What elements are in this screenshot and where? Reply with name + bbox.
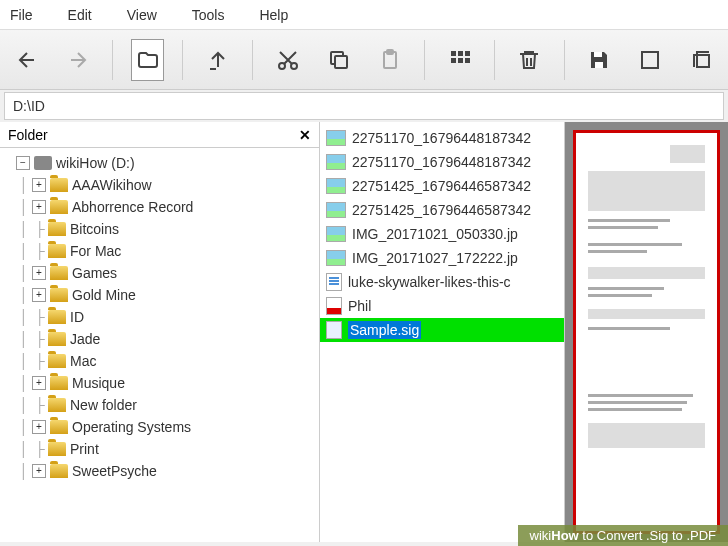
layers-button[interactable] [685,39,718,81]
file-item[interactable]: Sample.sig [320,318,564,342]
menu-file[interactable]: File [10,7,33,23]
paste-button[interactable] [373,39,406,81]
tree-item[interactable]: │├New folder [0,394,319,416]
img-icon [326,178,346,194]
menubar: File Edit View Tools Help [0,0,728,30]
img-icon [326,154,346,170]
img-icon [326,202,346,218]
folder-icon [48,332,66,346]
separator [564,40,565,80]
cut-button[interactable] [271,39,304,81]
svg-rect-5 [451,51,456,56]
svg-rect-13 [642,52,658,68]
tree-item[interactable]: │+SweetPsyche [0,460,319,482]
folder-icon [50,178,68,192]
pdf-icon [326,297,342,315]
forward-button[interactable] [61,39,94,81]
copy-button[interactable] [322,39,355,81]
tree-root[interactable]: −wikiHow (D:) [0,152,319,174]
tree-item[interactable]: │+Abhorrence Record [0,196,319,218]
toolbar [0,30,728,90]
close-icon[interactable]: ✕ [299,127,311,143]
folder-icon [48,310,66,324]
folder-icon [48,398,66,412]
folder-panel-header: Folder ✕ [0,122,319,148]
folder-icon [50,420,68,434]
folder-tree: −wikiHow (D:)│+AAAWikihow│+Abhorrence Re… [0,148,319,542]
svg-rect-10 [465,58,470,63]
file-item[interactable]: Phil [320,294,564,318]
file-item[interactable]: 22751425_16796446587342 [320,198,564,222]
file-item[interactable]: luke-skywalker-likes-this-c [320,270,564,294]
folder-icon [50,376,68,390]
folder-button[interactable] [131,39,165,81]
tree-item[interactable]: │├Bitcoins [0,218,319,240]
svg-rect-9 [458,58,463,63]
tree-item[interactable]: │+Musique [0,372,319,394]
file-item[interactable]: IMG_20171021_050330.jp [320,222,564,246]
separator [252,40,253,80]
tree-item[interactable]: │├Mac [0,350,319,372]
folder-icon [48,354,66,368]
tree-item[interactable]: │+AAAWikihow [0,174,319,196]
svg-rect-14 [697,55,709,67]
file-item[interactable]: 22751170_16796448187342 [320,150,564,174]
tree-item[interactable]: │├Jade [0,328,319,350]
svg-rect-6 [458,51,463,56]
folder-icon [50,464,68,478]
path-bar[interactable]: D:\ID [4,92,724,120]
txt-icon [326,321,342,339]
back-button[interactable] [10,39,43,81]
folder-icon [48,222,66,236]
folder-icon [48,244,66,258]
separator [112,40,113,80]
file-list-panel: 22751170_1679644818734222751170_16796448… [320,122,565,542]
main-area: Folder ✕ −wikiHow (D:)│+AAAWikihow│+Abho… [0,122,728,542]
doc-icon [326,273,342,291]
tree-item[interactable]: │├Print [0,438,319,460]
window-button[interactable] [634,39,667,81]
svg-point-1 [291,63,297,69]
folder-icon [50,266,68,280]
svg-rect-7 [465,51,470,56]
img-icon [326,250,346,266]
preview-document [573,130,720,534]
svg-rect-2 [335,56,347,68]
img-icon [326,226,346,242]
file-item[interactable]: 22751170_16796448187342 [320,126,564,150]
folder-panel-title: Folder [8,127,48,143]
img-icon [326,130,346,146]
svg-rect-12 [595,62,603,68]
drive-icon [34,156,52,170]
tree-item[interactable]: │├For Mac [0,240,319,262]
delete-button[interactable] [513,39,546,81]
separator [494,40,495,80]
separator [424,40,425,80]
watermark: wikiHow to Convert .Sig to .PDF [518,525,728,546]
grid-view-button[interactable] [443,39,476,81]
folder-icon [48,442,66,456]
up-button[interactable] [201,39,234,81]
tree-item[interactable]: │+Gold Mine [0,284,319,306]
menu-help[interactable]: Help [259,7,288,23]
tree-item[interactable]: │+Operating Systems [0,416,319,438]
menu-view[interactable]: View [127,7,157,23]
preview-panel [565,122,728,542]
menu-edit[interactable]: Edit [68,7,92,23]
svg-point-0 [279,63,285,69]
folder-panel: Folder ✕ −wikiHow (D:)│+AAAWikihow│+Abho… [0,122,320,542]
tree-item[interactable]: │├ID [0,306,319,328]
tree-item[interactable]: │+Games [0,262,319,284]
folder-icon [50,288,68,302]
svg-rect-11 [594,52,602,57]
menu-tools[interactable]: Tools [192,7,225,23]
svg-rect-8 [451,58,456,63]
separator [182,40,183,80]
file-item[interactable]: 22751425_16796446587342 [320,174,564,198]
save-button[interactable] [583,39,616,81]
folder-icon [50,200,68,214]
file-item[interactable]: IMG_20171027_172222.jp [320,246,564,270]
